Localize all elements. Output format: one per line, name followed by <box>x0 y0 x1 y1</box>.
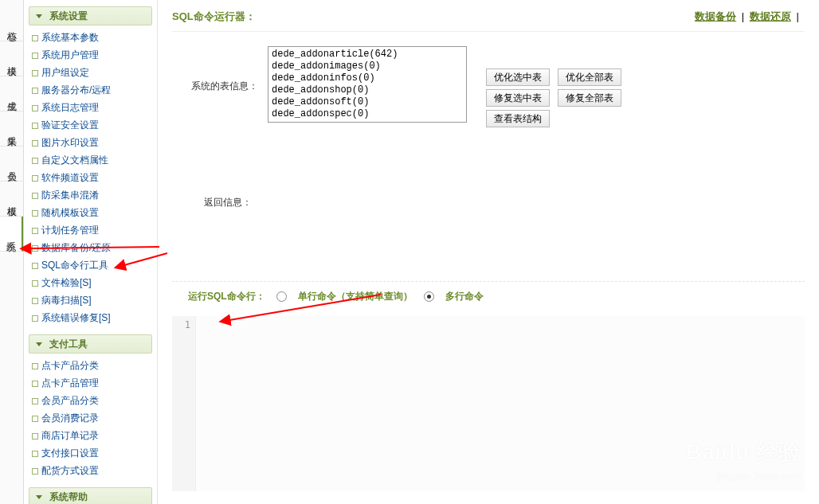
link-backup[interactable]: 数据备份 <box>695 10 736 22</box>
optimize-all-button[interactable]: 优化全部表 <box>558 68 621 86</box>
table-option[interactable]: dede_addonimages(0) <box>272 61 463 72</box>
sidebar-item-group[interactable]: 用户组设定 <box>29 64 152 81</box>
tab-build[interactable]: 生成 <box>0 76 23 111</box>
link-restore[interactable]: 数据还原 <box>750 10 791 22</box>
table-option[interactable]: dede_addonsoft(0) <box>272 96 463 108</box>
left-tab-bar: 核心 模块 生成 采集 会员 模板 系统 <box>0 0 24 504</box>
page-title: SQL命令运行器： <box>172 10 256 24</box>
sidebar-item-basic[interactable]: 系统基本参数 <box>29 29 152 46</box>
tab-collect[interactable]: 采集 <box>0 111 23 147</box>
line-gutter: 1 <box>172 316 196 491</box>
sidebar-item-verify[interactable]: 验证安全设置 <box>29 116 152 134</box>
section-header-pay[interactable]: 支付工具 <box>29 334 152 354</box>
radio-multi-label: 多行命令 <box>445 290 484 303</box>
chevron-down-icon <box>36 14 42 18</box>
optimize-selected-button[interactable]: 优化选中表 <box>486 68 550 86</box>
sql-textarea[interactable] <box>196 316 805 491</box>
sidebar-item-payapi[interactable]: 支付接口设置 <box>29 444 152 462</box>
sidebar-item-server[interactable]: 服务器分布/远程 <box>29 81 152 99</box>
radio-single-label: 单行命令（支持简单查询） <box>298 290 413 303</box>
sidebar-item-delivery[interactable]: 配货方式设置 <box>29 462 152 479</box>
section-title: 支付工具 <box>49 338 88 350</box>
sql-editor[interactable]: 1 <box>172 316 805 491</box>
top-links: 数据备份 | 数据还原 | <box>692 10 805 24</box>
sidebar-item-cardcat[interactable]: 点卡产品分类 <box>29 357 152 374</box>
table-select[interactable]: dede_addonarticle(642) dede_addonimages(… <box>268 46 467 123</box>
tab-module[interactable]: 模块 <box>0 41 23 76</box>
tab-template[interactable]: 模板 <box>0 182 23 217</box>
sidebar-item-randtpl[interactable]: 随机模板设置 <box>29 204 152 221</box>
view-structure-button[interactable]: 查看表结构 <box>486 110 550 127</box>
table-info-label: 系统的表信息： <box>172 46 268 93</box>
sidebar-item-users[interactable]: 系统用户管理 <box>29 46 152 64</box>
main-panel: SQL命令运行器： 数据备份 | 数据还原 | 系统的表信息： dede_add… <box>158 0 819 504</box>
sidebar-item-orders[interactable]: 商店订单记录 <box>29 427 152 444</box>
table-option[interactable]: dede_addonarticle(642) <box>272 49 463 61</box>
tab-core[interactable]: 核心 <box>0 6 23 41</box>
tab-member[interactable]: 会员 <box>0 147 23 182</box>
sidebar-item-virus[interactable]: 病毒扫描[S] <box>29 291 152 309</box>
sidebar-item-errfix[interactable]: 系统错误修复[S] <box>29 309 152 326</box>
sidebar-item-dbbackup[interactable]: 数据库备份/还原 <box>29 239 152 256</box>
radio-multi-line[interactable] <box>424 291 434 302</box>
table-option[interactable]: dede_addoninfos(0) <box>272 72 463 84</box>
section-title: 系统设置 <box>49 10 88 21</box>
sidebar-item-watermark[interactable]: 图片水印设置 <box>29 134 152 151</box>
chevron-down-icon <box>36 342 42 346</box>
sidebar: 系统设置 系统基本参数 系统用户管理 用户组设定 服务器分布/远程 系统日志管理… <box>24 0 158 504</box>
sidebar-item-docattr[interactable]: 自定义文档属性 <box>29 151 152 169</box>
repair-all-button[interactable]: 修复全部表 <box>558 89 621 107</box>
sidebar-item-cardmgr[interactable]: 点卡产品管理 <box>29 374 152 392</box>
section-header-help[interactable]: 系统帮助 <box>29 487 152 504</box>
repair-selected-button[interactable]: 修复选中表 <box>486 89 550 107</box>
sidebar-item-cron[interactable]: 计划任务管理 <box>29 221 152 239</box>
radio-single-line[interactable] <box>276 291 287 302</box>
sidebar-item-soft[interactable]: 软件频道设置 <box>29 169 152 186</box>
table-option[interactable]: dede_addonshop(0) <box>272 84 463 96</box>
sidebar-item-filevfy[interactable]: 文件检验[S] <box>29 274 152 291</box>
sidebar-item-sqltool[interactable]: SQL命令行工具 <box>29 256 152 274</box>
section-header-system[interactable]: 系统设置 <box>29 6 152 25</box>
sidebar-item-log[interactable]: 系统日志管理 <box>29 99 152 116</box>
run-sql-label: 运行SQL命令行： <box>188 290 265 303</box>
section-title: 系统帮助 <box>49 491 88 502</box>
return-info-label: 返回信息： <box>172 196 805 209</box>
chevron-down-icon <box>36 495 42 499</box>
sidebar-item-memlog[interactable]: 会员消费记录 <box>29 409 152 427</box>
table-option[interactable]: dede_addonspec(0) <box>272 108 463 120</box>
sidebar-item-anticol[interactable]: 防采集串混淆 <box>29 186 152 204</box>
tab-system[interactable]: 系统 <box>0 217 23 252</box>
sidebar-item-memprod[interactable]: 会员产品分类 <box>29 392 152 409</box>
